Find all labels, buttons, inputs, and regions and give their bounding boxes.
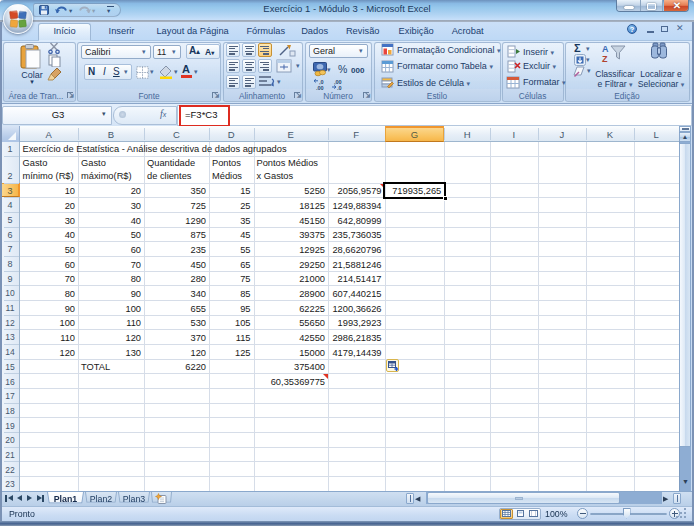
svg-text:A: A: [602, 44, 609, 54]
svg-text:Z: Z: [602, 54, 608, 63]
svg-text:,0: ,0: [337, 85, 342, 91]
svg-text:,00: ,00: [316, 85, 324, 91]
